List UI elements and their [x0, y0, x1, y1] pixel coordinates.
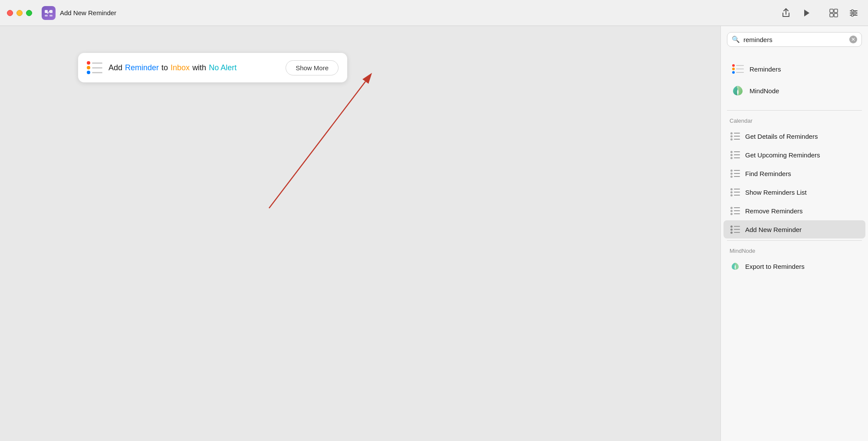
- svg-rect-5: [834, 9, 838, 13]
- action-list-icon-6: [730, 225, 740, 234]
- action-card: Add Reminder to Inbox with No Alert Show…: [78, 53, 347, 82]
- to-label: to: [161, 63, 168, 72]
- svg-rect-7: [834, 13, 838, 17]
- apps-section: Reminders: [721, 55, 868, 108]
- svg-point-12: [854, 12, 856, 14]
- action-list-icon-5: [730, 206, 740, 216]
- reminders-app-name: Reminders: [750, 65, 781, 73]
- add-label: Add: [108, 63, 122, 72]
- mindnode-section: MindNode Export to Reminders: [721, 242, 868, 275]
- sidebar-item-get-upcoming[interactable]: Get Upcoming Reminders: [723, 146, 865, 164]
- divider-1: [727, 110, 862, 111]
- app-title-area: Add New Reminder: [42, 6, 116, 20]
- svg-rect-1: [49, 10, 53, 13]
- mindnode-leaf-icon-small: [730, 261, 740, 271]
- sidebar-item-export[interactable]: Export to Reminders: [723, 257, 865, 275]
- close-button[interactable]: [7, 10, 13, 16]
- reminder-label[interactable]: Reminder: [125, 63, 159, 72]
- mindnode-section-label: MindNode: [721, 242, 868, 257]
- app-title: Add New Reminder: [60, 9, 116, 16]
- sidebar: 🔍 ✕ Reminders: [720, 26, 868, 441]
- reminders-app-icon: [731, 62, 744, 75]
- export-to-reminders-label: Export to Reminders: [745, 263, 805, 270]
- search-clear-button[interactable]: ✕: [849, 36, 857, 43]
- annotation-arrow: [0, 26, 516, 441]
- calendar-section: Calendar Get Details of Reminders: [721, 112, 868, 238]
- action-content: Add Reminder to Inbox with No Alert: [108, 63, 279, 72]
- mindnode-app-name: MindNode: [750, 87, 779, 95]
- titlebar-right-buttons: [826, 6, 861, 20]
- traffic-lights: [7, 10, 32, 16]
- reminders-list-icon: [87, 61, 102, 74]
- search-icon: 🔍: [732, 36, 740, 43]
- sidebar-item-mindnode[interactable]: MindNode: [727, 80, 862, 101]
- action-icon: [87, 60, 102, 75]
- settings-button[interactable]: [846, 6, 861, 20]
- remove-reminders-label: Remove Reminders: [745, 207, 803, 215]
- reminders-icon-small: [732, 64, 744, 74]
- sidebar-item-get-details[interactable]: Get Details of Reminders: [723, 127, 865, 145]
- action-list-icon-4: [730, 187, 740, 197]
- search-bar: 🔍 ✕: [721, 26, 868, 51]
- mindnode-app-icon: [731, 84, 744, 97]
- main-area: Add Reminder to Inbox with No Alert Show…: [0, 26, 868, 441]
- sidebar-item-find[interactable]: Find Reminders: [723, 164, 865, 183]
- sidebar-item-add-new[interactable]: Add New Reminder: [723, 220, 865, 238]
- titlebar-actions: [779, 7, 813, 20]
- svg-rect-6: [830, 13, 833, 17]
- svg-rect-4: [830, 9, 833, 13]
- minimize-button[interactable]: [16, 10, 23, 16]
- share-button[interactable]: [779, 7, 792, 20]
- divider-2: [727, 240, 862, 241]
- find-reminders-label: Find Reminders: [745, 170, 791, 177]
- calendar-section-label: Calendar: [721, 112, 868, 127]
- no-alert-label[interactable]: No Alert: [209, 63, 237, 72]
- svg-point-13: [852, 14, 854, 16]
- app-icon: [42, 6, 56, 20]
- canvas-area: Add Reminder to Inbox with No Alert Show…: [0, 26, 720, 441]
- action-list-icon-3: [730, 169, 740, 178]
- get-upcoming-label: Get Upcoming Reminders: [745, 151, 820, 159]
- with-label: with: [192, 63, 206, 72]
- search-input-wrapper: 🔍 ✕: [727, 32, 862, 47]
- svg-point-11: [852, 10, 854, 12]
- svg-rect-3: [49, 15, 53, 16]
- svg-rect-2: [45, 15, 48, 16]
- svg-line-15: [269, 82, 365, 208]
- library-button[interactable]: [826, 6, 841, 20]
- sidebar-item-show-list[interactable]: Show Reminders List: [723, 183, 865, 201]
- show-list-label: Show Reminders List: [745, 189, 807, 196]
- search-input[interactable]: [743, 36, 846, 43]
- titlebar: Add New Reminder: [0, 0, 868, 26]
- add-new-reminder-label: Add New Reminder: [745, 226, 802, 233]
- action-list-icon-2: [730, 150, 740, 160]
- action-list-icon-1: [730, 131, 740, 141]
- sidebar-item-reminders[interactable]: Reminders: [727, 58, 862, 80]
- play-button[interactable]: [800, 7, 813, 20]
- sidebar-content: Reminders: [721, 51, 868, 441]
- get-details-label: Get Details of Reminders: [745, 133, 818, 140]
- maximize-button[interactable]: [26, 10, 32, 16]
- show-more-button[interactable]: Show More: [286, 60, 339, 75]
- inbox-label[interactable]: Inbox: [171, 63, 190, 72]
- sidebar-item-remove[interactable]: Remove Reminders: [723, 202, 865, 220]
